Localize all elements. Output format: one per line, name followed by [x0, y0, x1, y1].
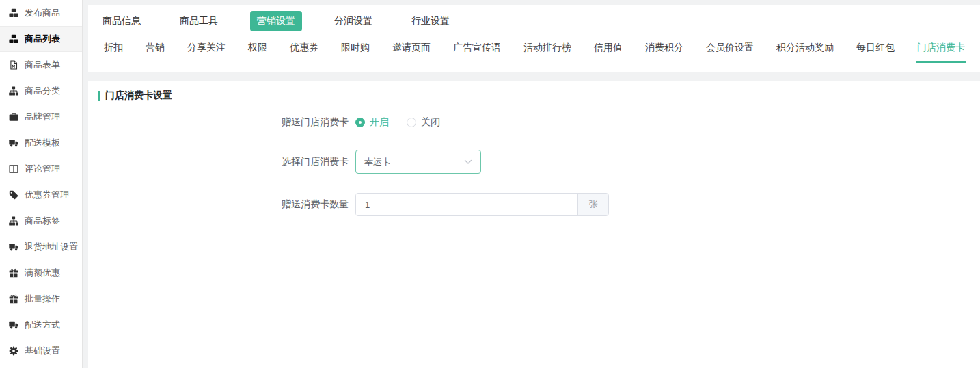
- select-card-label: 选择门店消费卡: [98, 156, 349, 168]
- tag-icon: [9, 190, 18, 200]
- sidebar-item-label: 退货地址设置: [25, 241, 78, 253]
- truck-icon: [9, 138, 18, 148]
- sitemap-icon: [9, 86, 18, 96]
- sidebar-item-label: 品牌管理: [25, 111, 60, 123]
- primary-tab[interactable]: 营销设置: [250, 11, 302, 31]
- secondary-tab[interactable]: 广告宣传语: [452, 37, 502, 63]
- columns-icon: [9, 164, 18, 174]
- gift-icon: [9, 294, 18, 304]
- card-count-input[interactable]: [356, 194, 577, 215]
- radio-icon[interactable]: [355, 118, 365, 127]
- tabs-panel: 商品信息商品工具营销设置分润设置行业设置 折扣营销分享关注权限优惠券限时购邀请页…: [88, 5, 980, 72]
- truck-icon: [9, 242, 18, 252]
- secondary-tab[interactable]: 每日红包: [856, 37, 895, 63]
- main-content: 商品信息商品工具营销设置分润设置行业设置 折扣营销分享关注权限优惠券限时购邀请页…: [83, 0, 980, 368]
- sidebar-item-label: 配送方式: [25, 319, 60, 331]
- sidebar-item[interactable]: 商品列表: [0, 26, 82, 52]
- secondary-tab[interactable]: 分享关注: [187, 37, 226, 63]
- secondary-tab[interactable]: 积分活动奖励: [776, 37, 834, 63]
- sidebar: 发布商品商品列表商品表单商品分类品牌管理配送模板评论管理优惠券管理商品标签退货地…: [0, 0, 83, 368]
- store-card-select-value: 幸运卡: [364, 156, 391, 168]
- secondary-tab[interactable]: 优惠券: [289, 37, 319, 63]
- secondary-tab[interactable]: 营销: [145, 37, 165, 63]
- card-count-unit: 张: [577, 194, 608, 215]
- cubes-icon: [9, 34, 18, 44]
- settings-panel: 门店消费卡设置 赠送门店消费卡 开启关闭 选择门店消费卡 幸运卡: [88, 81, 980, 368]
- store-card-select[interactable]: 幸运卡: [355, 150, 481, 174]
- sidebar-item[interactable]: 优惠券管理: [0, 182, 82, 208]
- form-row-card-count: 赠送消费卡数量 张: [98, 193, 970, 216]
- sidebar-item-label: 发布商品: [25, 7, 60, 19]
- sidebar-item-label: 优惠券管理: [25, 189, 69, 201]
- sidebar-item-label: 配送模板: [25, 137, 60, 149]
- secondary-tab[interactable]: 会员价设置: [705, 37, 754, 63]
- primary-tab[interactable]: 商品信息: [96, 11, 148, 31]
- card-count-label: 赠送消费卡数量: [98, 198, 349, 211]
- form-row-give-card: 赠送门店消费卡 开启关闭: [98, 114, 970, 131]
- sidebar-item-label: 商品标签: [25, 215, 60, 227]
- give-card-radio-group: 开启关闭: [355, 114, 440, 131]
- sidebar-item[interactable]: 商品分类: [0, 78, 82, 104]
- file-icon: [9, 60, 18, 70]
- chevron-down-icon: [464, 159, 472, 165]
- sidebar-item-label: 基础设置: [25, 345, 60, 357]
- secondary-tab-bar: 折扣营销分享关注权限优惠券限时购邀请页面广告宣传语活动排行榜信用值消费积分会员价…: [96, 37, 980, 63]
- sidebar-item-label: 商品分类: [25, 85, 60, 97]
- sidebar-item[interactable]: 基础设置: [0, 338, 82, 364]
- sidebar-item[interactable]: 满额优惠: [0, 260, 82, 286]
- secondary-tab[interactable]: 活动排行榜: [523, 37, 572, 63]
- primary-tab-bar: 商品信息商品工具营销设置分润设置行业设置: [96, 5, 980, 37]
- radio-label: 关闭: [421, 116, 440, 129]
- sidebar-item-label: 满额优惠: [25, 267, 60, 279]
- sidebar-item-label: 商品表单: [25, 59, 60, 71]
- secondary-tab[interactable]: 邀请页面: [392, 37, 431, 63]
- gift-icon: [9, 268, 18, 278]
- sidebar-item[interactable]: 商品标签: [0, 208, 82, 234]
- sidebar-item[interactable]: 配送方式: [0, 312, 82, 338]
- store-card-form: 赠送门店消费卡 开启关闭 选择门店消费卡 幸运卡 赠送消费卡数量: [98, 114, 970, 216]
- sidebar-item[interactable]: 批量操作: [0, 286, 82, 312]
- truck-icon: [9, 320, 18, 330]
- sidebar-item-label: 批量操作: [25, 293, 60, 305]
- primary-tab[interactable]: 分润设置: [327, 11, 379, 31]
- secondary-tab[interactable]: 门店消费卡: [916, 37, 966, 63]
- secondary-tab[interactable]: 消费积分: [644, 37, 684, 63]
- sidebar-item-label: 评论管理: [25, 163, 60, 175]
- sidebar-item-label: 商品列表: [25, 33, 60, 45]
- cubes-icon: [9, 8, 18, 18]
- section-title: 门店消费卡设置: [105, 90, 172, 102]
- briefcase-icon: [9, 112, 18, 122]
- sidebar-item[interactable]: 退货地址设置: [0, 234, 82, 260]
- card-count-input-group: 张: [355, 193, 609, 216]
- secondary-tab[interactable]: 信用值: [593, 37, 623, 63]
- radio-option[interactable]: 关闭: [407, 116, 440, 129]
- give-card-label: 赠送门店消费卡: [98, 116, 349, 129]
- sidebar-item[interactable]: 配送模板: [0, 130, 82, 156]
- section-accent-bar: [98, 91, 100, 101]
- radio-label: 开启: [370, 116, 389, 129]
- form-row-select-card: 选择门店消费卡 幸运卡: [98, 150, 970, 174]
- gear-icon: [9, 346, 18, 356]
- sidebar-item[interactable]: 评论管理: [0, 156, 82, 182]
- radio-option[interactable]: 开启: [355, 116, 389, 129]
- sitemap-icon: [9, 216, 18, 226]
- secondary-tab[interactable]: 折扣: [103, 37, 124, 63]
- section-header: 门店消费卡设置: [98, 90, 970, 102]
- secondary-tab[interactable]: 权限: [247, 37, 268, 63]
- radio-icon[interactable]: [407, 118, 416, 127]
- sidebar-item[interactable]: 商品表单: [0, 52, 82, 78]
- secondary-tab[interactable]: 限时购: [340, 37, 370, 63]
- sidebar-item[interactable]: 品牌管理: [0, 104, 82, 130]
- sidebar-item[interactable]: 发布商品: [0, 0, 82, 26]
- primary-tab[interactable]: 商品工具: [173, 11, 225, 31]
- app: 发布商品商品列表商品表单商品分类品牌管理配送模板评论管理优惠券管理商品标签退货地…: [0, 0, 980, 368]
- primary-tab[interactable]: 行业设置: [405, 11, 457, 31]
